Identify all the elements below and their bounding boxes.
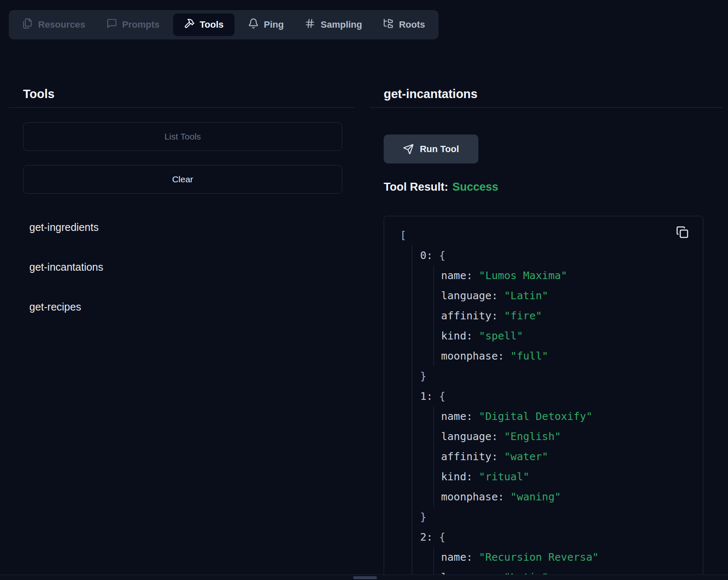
tab-sampling[interactable]: Sampling	[297, 13, 369, 36]
json-line: kind: "ritual"	[441, 467, 703, 487]
tools-panel-title: Tools	[23, 88, 54, 100]
json-line: [	[400, 225, 703, 246]
json-line: name: "Digital Detoxify"	[441, 407, 703, 427]
json-key: affinity:	[441, 310, 498, 322]
json-value: "waning"	[511, 491, 561, 503]
tab-label: Resources	[38, 19, 85, 30]
json-value: "water"	[504, 451, 548, 463]
tab-resources[interactable]: Resources	[15, 13, 93, 36]
json-line: name: "Recursion Reversa"	[441, 547, 703, 567]
json-tree: [0: {name: "Lumos Maxima"language: "Lati…	[384, 216, 703, 580]
hammer-icon	[184, 18, 195, 31]
json-key: kind:	[441, 471, 472, 483]
run-tool-label: Run Tool	[420, 144, 459, 155]
json-key: name:	[441, 269, 472, 282]
json-key: moonphase:	[441, 491, 504, 503]
json-key: name:	[441, 410, 472, 422]
tool-result-json-viewer: [0: {name: "Lumos Maxima"language: "Lati…	[384, 216, 703, 580]
tool-result-label: Tool Result:	[384, 181, 448, 193]
json-key: moonphase:	[441, 350, 504, 362]
tab-label: Prompts	[122, 19, 160, 30]
send-icon	[403, 144, 414, 155]
json-value: "full"	[511, 350, 548, 362]
json-line: 0: {	[420, 246, 703, 266]
message-square-icon	[106, 18, 117, 31]
tools-panel-divider	[8, 107, 355, 108]
json-line: }	[420, 507, 703, 527]
tool-list-item-get-recipes[interactable]: get-recipes	[29, 302, 81, 312]
json-line: name: "Lumos Maxima"	[441, 266, 703, 286]
json-value: "Lumos Maxima"	[479, 269, 567, 282]
json-value: "Recursion Reversa"	[479, 551, 599, 563]
horizontal-scrollbar[interactable]	[0, 575, 728, 580]
tab-tools[interactable]: Tools	[173, 13, 235, 36]
tab-roots[interactable]: Roots	[375, 13, 432, 36]
tab-prompts[interactable]: Prompts	[99, 13, 167, 36]
json-line: language: "English"	[441, 427, 703, 447]
json-value: "Latin"	[504, 290, 548, 302]
json-line: 2: {	[420, 527, 703, 547]
json-key: kind:	[441, 330, 472, 342]
tool-list-item-get-incantations[interactable]: get-incantations	[29, 262, 103, 272]
json-line: moonphase: "full"	[441, 346, 703, 366]
list-tools-button[interactable]: List Tools	[23, 122, 342, 151]
tab-label: Roots	[399, 19, 425, 30]
files-icon	[22, 18, 33, 31]
json-key: name:	[441, 551, 472, 563]
json-value: "ritual"	[479, 471, 529, 483]
json-line: affinity: "fire"	[441, 306, 703, 326]
json-value: "Digital Detoxify"	[479, 410, 592, 422]
json-array-body: 0: {name: "Lumos Maxima"language: "Latin…	[412, 246, 703, 580]
folder-tree-icon	[383, 18, 394, 31]
json-key: language:	[441, 430, 498, 443]
selected-tool-title: get-incantations	[384, 88, 478, 100]
tab-label: Sampling	[320, 19, 362, 30]
tab-ping[interactable]: Ping	[240, 13, 292, 36]
tab-label: Tools	[200, 19, 224, 30]
capability-tab-bar: Resources Prompts Tools Ping Sampling Ro…	[9, 10, 439, 39]
tool-list-item-get-ingredients[interactable]: get-ingredients	[29, 222, 98, 233]
horizontal-scrollbar-thumb[interactable]	[353, 576, 377, 579]
json-key: affinity:	[441, 451, 498, 463]
clear-button[interactable]: Clear	[23, 165, 342, 194]
json-value: "spell"	[479, 330, 523, 342]
json-line: 1: {	[420, 386, 703, 407]
tab-label: Ping	[264, 19, 284, 30]
hash-icon	[305, 18, 315, 31]
tool-result-line: Tool Result:Success	[384, 181, 498, 193]
json-line: kind: "spell"	[441, 326, 703, 346]
json-object-body: name: "Lumos Maxima"language: "Latin"aff…	[434, 266, 703, 366]
json-line: language: "Latin"	[441, 286, 703, 306]
json-key: language:	[441, 290, 498, 302]
json-line: moonphase: "waning"	[441, 487, 703, 507]
bell-icon	[248, 18, 259, 31]
run-tool-button[interactable]: Run Tool	[384, 135, 478, 163]
json-line: affinity: "water"	[441, 447, 703, 467]
json-object-body: name: "Digital Detoxify"language: "Engli…	[434, 407, 703, 507]
json-value: "English"	[504, 430, 561, 443]
copy-icon[interactable]	[675, 225, 689, 240]
json-line: }	[420, 366, 703, 386]
tool-result-status: Success	[452, 181, 498, 193]
json-value: "fire"	[504, 310, 542, 322]
detail-panel-divider	[369, 107, 723, 108]
